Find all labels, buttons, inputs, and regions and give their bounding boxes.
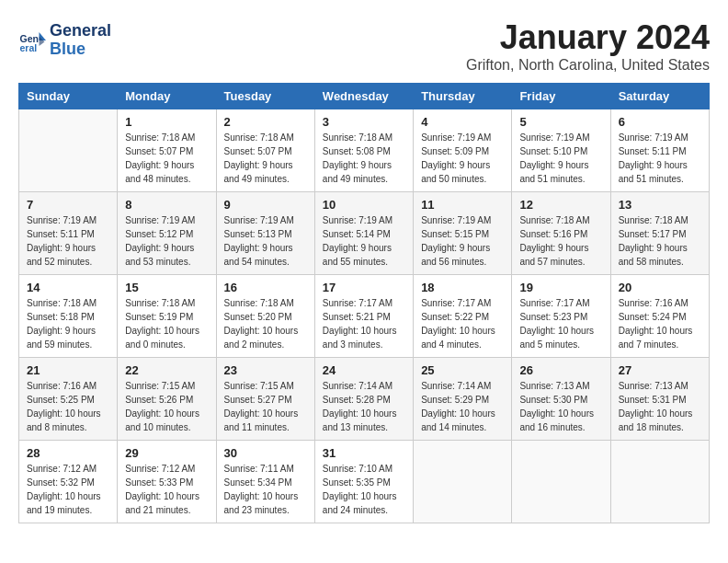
calendar-cell: 27Sunrise: 7:13 AMSunset: 5:31 PMDayligh… bbox=[610, 358, 709, 441]
day-number: 26 bbox=[519, 363, 602, 377]
day-number: 28 bbox=[27, 446, 109, 460]
calendar-cell: 19Sunrise: 7:17 AMSunset: 5:23 PMDayligh… bbox=[512, 275, 610, 358]
header-section: January 2024 Grifton, North Carolina, Un… bbox=[18, 18, 710, 74]
day-info: Sunrise: 7:19 AMSunset: 5:11 PMDaylight:… bbox=[27, 213, 109, 269]
month-title: January 2024 bbox=[18, 18, 710, 57]
day-info: Sunrise: 7:16 AMSunset: 5:25 PMDaylight:… bbox=[27, 379, 109, 434]
day-number: 9 bbox=[224, 198, 307, 212]
day-number: 29 bbox=[125, 446, 208, 460]
day-info: Sunrise: 7:18 AMSunset: 5:07 PMDaylight:… bbox=[224, 131, 307, 186]
svg-text:eral: eral bbox=[20, 42, 38, 53]
day-info: Sunrise: 7:19 AMSunset: 5:13 PMDaylight:… bbox=[224, 213, 307, 269]
calendar-cell: 28Sunrise: 7:12 AMSunset: 5:32 PMDayligh… bbox=[19, 441, 118, 523]
header-day-tuesday: Tuesday bbox=[216, 84, 314, 109]
day-info: Sunrise: 7:13 AMSunset: 5:30 PMDaylight:… bbox=[519, 379, 602, 434]
location-title: Grifton, North Carolina, United States bbox=[18, 57, 710, 74]
calendar-cell bbox=[512, 441, 610, 523]
day-number: 15 bbox=[125, 281, 208, 294]
day-info: Sunrise: 7:19 AMSunset: 5:14 PMDaylight:… bbox=[323, 213, 405, 269]
day-info: Sunrise: 7:12 AMSunset: 5:32 PMDaylight:… bbox=[27, 462, 109, 517]
day-info: Sunrise: 7:16 AMSunset: 5:24 PMDaylight:… bbox=[619, 296, 701, 351]
calendar-cell bbox=[19, 109, 118, 192]
calendar-week-4: 21Sunrise: 7:16 AMSunset: 5:25 PMDayligh… bbox=[19, 358, 710, 441]
day-number: 31 bbox=[323, 446, 405, 460]
day-info: Sunrise: 7:12 AMSunset: 5:33 PMDaylight:… bbox=[125, 462, 208, 517]
calendar-cell: 29Sunrise: 7:12 AMSunset: 5:33 PMDayligh… bbox=[118, 441, 216, 523]
calendar-cell: 22Sunrise: 7:15 AMSunset: 5:26 PMDayligh… bbox=[118, 358, 216, 441]
calendar-week-1: 1Sunrise: 7:18 AMSunset: 5:07 PMDaylight… bbox=[19, 109, 710, 192]
day-info: Sunrise: 7:19 AMSunset: 5:12 PMDaylight:… bbox=[125, 213, 208, 269]
day-number: 3 bbox=[323, 115, 405, 129]
calendar-cell: 15Sunrise: 7:18 AMSunset: 5:19 PMDayligh… bbox=[118, 275, 216, 358]
day-number: 22 bbox=[125, 363, 208, 377]
day-info: Sunrise: 7:18 AMSunset: 5:08 PMDaylight:… bbox=[323, 131, 405, 186]
calendar-cell: 25Sunrise: 7:14 AMSunset: 5:29 PMDayligh… bbox=[414, 358, 512, 441]
calendar-week-5: 28Sunrise: 7:12 AMSunset: 5:32 PMDayligh… bbox=[19, 441, 710, 523]
day-number: 21 bbox=[27, 363, 109, 377]
day-number: 5 bbox=[519, 115, 602, 129]
day-info: Sunrise: 7:18 AMSunset: 5:16 PMDaylight:… bbox=[519, 213, 602, 269]
calendar-header-row: SundayMondayTuesdayWednesdayThursdayFrid… bbox=[19, 84, 710, 109]
day-info: Sunrise: 7:14 AMSunset: 5:28 PMDaylight:… bbox=[323, 379, 405, 434]
calendar-cell: 9Sunrise: 7:19 AMSunset: 5:13 PMDaylight… bbox=[216, 192, 314, 275]
day-info: Sunrise: 7:17 AMSunset: 5:22 PMDaylight:… bbox=[421, 296, 504, 351]
calendar-cell: 4Sunrise: 7:19 AMSunset: 5:09 PMDaylight… bbox=[414, 109, 512, 192]
header-day-monday: Monday bbox=[118, 84, 216, 109]
day-number: 8 bbox=[125, 198, 208, 212]
calendar-cell: 1Sunrise: 7:18 AMSunset: 5:07 PMDaylight… bbox=[118, 109, 216, 192]
logo-blue: Blue bbox=[50, 40, 111, 59]
day-number: 17 bbox=[323, 281, 405, 294]
day-number: 10 bbox=[323, 198, 405, 212]
day-number: 16 bbox=[224, 281, 307, 294]
logo: Gen eral General Blue bbox=[18, 22, 111, 59]
header-day-wednesday: Wednesday bbox=[314, 84, 413, 109]
day-number: 13 bbox=[619, 198, 701, 212]
calendar-cell bbox=[414, 441, 512, 523]
header-day-friday: Friday bbox=[512, 84, 610, 109]
day-number: 24 bbox=[323, 363, 405, 377]
calendar-cell: 5Sunrise: 7:19 AMSunset: 5:10 PMDaylight… bbox=[512, 109, 610, 192]
calendar-cell: 26Sunrise: 7:13 AMSunset: 5:30 PMDayligh… bbox=[512, 358, 610, 441]
day-info: Sunrise: 7:14 AMSunset: 5:29 PMDaylight:… bbox=[421, 379, 504, 434]
calendar-cell: 21Sunrise: 7:16 AMSunset: 5:25 PMDayligh… bbox=[19, 358, 118, 441]
calendar-cell: 2Sunrise: 7:18 AMSunset: 5:07 PMDaylight… bbox=[216, 109, 314, 192]
day-info: Sunrise: 7:17 AMSunset: 5:21 PMDaylight:… bbox=[323, 296, 405, 351]
day-number: 1 bbox=[125, 115, 208, 129]
day-info: Sunrise: 7:19 AMSunset: 5:11 PMDaylight:… bbox=[619, 131, 701, 186]
day-info: Sunrise: 7:19 AMSunset: 5:09 PMDaylight:… bbox=[421, 131, 504, 186]
calendar-cell: 18Sunrise: 7:17 AMSunset: 5:22 PMDayligh… bbox=[414, 275, 512, 358]
calendar-cell: 14Sunrise: 7:18 AMSunset: 5:18 PMDayligh… bbox=[19, 275, 118, 358]
calendar-cell: 17Sunrise: 7:17 AMSunset: 5:21 PMDayligh… bbox=[314, 275, 413, 358]
day-number: 4 bbox=[421, 115, 504, 129]
day-info: Sunrise: 7:15 AMSunset: 5:26 PMDaylight:… bbox=[125, 379, 208, 434]
day-number: 30 bbox=[224, 446, 307, 460]
day-number: 14 bbox=[27, 281, 109, 294]
day-number: 23 bbox=[224, 363, 307, 377]
calendar-week-3: 14Sunrise: 7:18 AMSunset: 5:18 PMDayligh… bbox=[19, 275, 710, 358]
calendar-cell: 20Sunrise: 7:16 AMSunset: 5:24 PMDayligh… bbox=[610, 275, 709, 358]
day-number: 11 bbox=[421, 198, 504, 212]
calendar-week-2: 7Sunrise: 7:19 AMSunset: 5:11 PMDaylight… bbox=[19, 192, 710, 275]
calendar-cell: 8Sunrise: 7:19 AMSunset: 5:12 PMDaylight… bbox=[118, 192, 216, 275]
day-info: Sunrise: 7:18 AMSunset: 5:07 PMDaylight:… bbox=[125, 131, 208, 186]
calendar-table: SundayMondayTuesdayWednesdayThursdayFrid… bbox=[18, 83, 710, 523]
calendar-cell: 16Sunrise: 7:18 AMSunset: 5:20 PMDayligh… bbox=[216, 275, 314, 358]
calendar-cell: 24Sunrise: 7:14 AMSunset: 5:28 PMDayligh… bbox=[314, 358, 413, 441]
header-day-saturday: Saturday bbox=[610, 84, 709, 109]
day-info: Sunrise: 7:18 AMSunset: 5:18 PMDaylight:… bbox=[27, 296, 109, 351]
calendar-cell: 11Sunrise: 7:19 AMSunset: 5:15 PMDayligh… bbox=[414, 192, 512, 275]
calendar-cell: 31Sunrise: 7:10 AMSunset: 5:35 PMDayligh… bbox=[314, 441, 413, 523]
day-info: Sunrise: 7:18 AMSunset: 5:20 PMDaylight:… bbox=[224, 296, 307, 351]
calendar-cell: 7Sunrise: 7:19 AMSunset: 5:11 PMDaylight… bbox=[19, 192, 118, 275]
day-number: 19 bbox=[519, 281, 602, 294]
day-number: 6 bbox=[619, 115, 701, 129]
calendar-cell: 13Sunrise: 7:18 AMSunset: 5:17 PMDayligh… bbox=[610, 192, 709, 275]
day-number: 12 bbox=[519, 198, 602, 212]
calendar-cell bbox=[610, 441, 709, 523]
calendar-cell: 12Sunrise: 7:18 AMSunset: 5:16 PMDayligh… bbox=[512, 192, 610, 275]
header-day-sunday: Sunday bbox=[19, 84, 118, 109]
calendar-cell: 10Sunrise: 7:19 AMSunset: 5:14 PMDayligh… bbox=[314, 192, 413, 275]
header-day-thursday: Thursday bbox=[414, 84, 512, 109]
calendar-cell: 3Sunrise: 7:18 AMSunset: 5:08 PMDaylight… bbox=[314, 109, 413, 192]
day-info: Sunrise: 7:13 AMSunset: 5:31 PMDaylight:… bbox=[619, 379, 701, 434]
